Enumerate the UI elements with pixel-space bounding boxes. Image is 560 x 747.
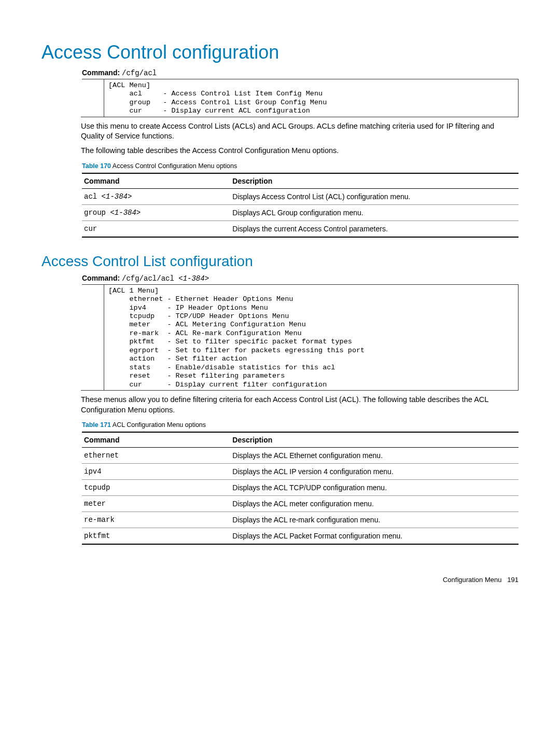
cell-command: pktfmt <box>82 528 230 545</box>
cell-command: acl <1-384> <box>82 188 230 204</box>
cell-command: ethernet <box>82 448 230 464</box>
divider <box>81 117 519 117</box>
cell-description: Displays the ACL Packet Format configura… <box>230 528 519 545</box>
table-row: group <1-384>Displays ACL Group configur… <box>82 204 519 220</box>
command-path: /cfg/acl/acl <1-384> <box>122 274 209 283</box>
footer-section: Configuration Menu <box>443 576 501 584</box>
command-path: /cfg/acl <box>122 69 157 77</box>
table-caption-2: Table 171 ACL Configuration Menu options <box>82 421 519 428</box>
table-caption-text: Access Control Configuration Menu option… <box>113 162 237 170</box>
table-row: ethernetDisplays the ACL Ethernet config… <box>82 448 519 464</box>
cell-command: ipv4 <box>82 464 230 480</box>
code-block-2: [ACL 1 Menu] ethernet - Ethernet Header … <box>104 284 519 391</box>
cell-description: Displays the ACL TCP/UDP configuration m… <box>230 480 519 496</box>
cell-command: cur <box>82 220 230 237</box>
command-label: Command: <box>82 68 120 77</box>
command-line-2: Command: /cfg/acl/acl <1-384> <box>82 274 519 284</box>
table-header-description: Description <box>230 432 519 448</box>
command-line-1: Command: /cfg/acl <box>82 68 519 79</box>
table-row: meterDisplays the ACL meter configuratio… <box>82 496 519 512</box>
table-label: Table 171 <box>82 421 111 428</box>
table-row: ipv4Displays the ACL IP version 4 config… <box>82 464 519 480</box>
code-block-1: [ACL Menu] acl - Access Control List Ite… <box>104 79 519 117</box>
heading-1: Access Control configuration <box>41 42 519 63</box>
cell-command: re-mark <box>82 512 230 528</box>
table-row: pktfmtDisplays the ACL Packet Format con… <box>82 528 519 545</box>
table-row: curDisplays the current Access Control p… <box>82 220 519 237</box>
command-label: Command: <box>82 274 120 282</box>
cell-command: tcpudp <box>82 480 230 496</box>
cell-description: Displays Access Control List (ACL) confi… <box>230 188 519 204</box>
table-header-command: Command <box>82 173 230 189</box>
table-label: Table 170 <box>82 162 111 170</box>
table-row: re-markDisplays the ACL re-mark configur… <box>82 512 519 528</box>
cell-description: Displays the ACL re-mark configuration m… <box>230 512 519 528</box>
table-caption-1: Table 170 Access Control Configuration M… <box>82 162 519 170</box>
cell-description: Displays the current Access Control para… <box>230 220 519 237</box>
cell-command: meter <box>82 496 230 512</box>
page-footer: Configuration Menu 191 <box>41 576 519 584</box>
table-row: acl <1-384>Displays Access Control List … <box>82 188 519 204</box>
paragraph: These menus allow you to define filterin… <box>81 395 519 415</box>
cell-description: Displays the ACL meter configuration men… <box>230 496 519 512</box>
heading-2: Access Control List configuration <box>41 253 519 270</box>
table-171: Command Description ethernetDisplays the… <box>82 432 519 545</box>
page-content: Access Control configuration Command: /c… <box>0 0 560 604</box>
cell-command: group <1-384> <box>82 204 230 220</box>
paragraph: Use this menu to create Access Control L… <box>81 121 519 142</box>
footer-page-number: 191 <box>507 576 519 584</box>
table-170: Command Description acl <1-384>Displays … <box>82 173 519 238</box>
table-header-description: Description <box>230 173 519 189</box>
cell-description: Displays the ACL Ethernet configuration … <box>230 448 519 464</box>
table-row: tcpudpDisplays the ACL TCP/UDP configura… <box>82 480 519 496</box>
table-caption-text: ACL Configuration Menu options <box>113 421 206 428</box>
paragraph: The following table describes the Access… <box>81 146 519 156</box>
table-header-command: Command <box>82 432 230 448</box>
cell-description: Displays ACL Group configuration menu. <box>230 204 519 220</box>
divider <box>81 390 519 391</box>
cell-description: Displays the ACL IP version 4 configurat… <box>230 464 519 480</box>
